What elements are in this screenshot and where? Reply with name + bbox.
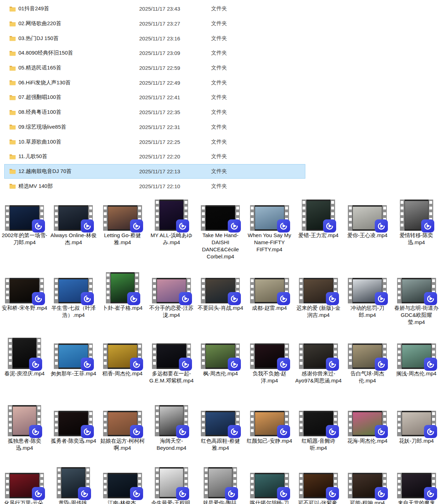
- video-file-item[interactable]: 孤独患者-陈奕迅.mp4: [0, 404, 49, 466]
- video-file-item[interactable]: 不分手的恋爱-汪苏泷.mp4: [147, 271, 196, 336]
- video-file-item[interactable]: 爱你-王心凌.mp4: [343, 198, 392, 271]
- video-file-item[interactable]: 多远都要在一起-G.E.M.邓紫棋.mp4: [147, 336, 196, 404]
- video-file-item[interactable]: 喀什噶尔胡杨-刀: [245, 466, 294, 504]
- video-file-item[interactable]: 匆匆那年-王菲.mp4: [49, 336, 98, 404]
- folder-row[interactable]: 01抖音249首 2025/11/17 23:43 文件夹: [4, 1, 305, 16]
- video-file-item[interactable]: 江南-林俊杰.: [98, 466, 147, 504]
- folder-row[interactable]: 11.儿歌50首 2025/11/17 22:20 文件夹: [4, 149, 305, 164]
- video-file-item[interactable]: 感谢你曾来过-Ayo97&周思涵.mp4: [294, 336, 343, 404]
- video-file-item[interactable]: 来自天堂的魔鬼: [392, 466, 441, 504]
- video-player-play-badge-icon: [78, 487, 91, 500]
- filmstrip-sprocket-left: [103, 411, 108, 436]
- folder-name: 精选MV 140部: [18, 183, 139, 190]
- video-file-item[interactable]: 搁浅-周杰伦.mp4: [392, 336, 441, 404]
- video-thumbnail-wrap: [152, 336, 191, 369]
- video-file-item[interactable]: 姑娘在远方-柯柯柯啊.mp4: [98, 404, 147, 466]
- video-player-play-badge-icon: [421, 219, 434, 233]
- video-file-item[interactable]: 红昭愿-音阙诗听.mp4: [294, 404, 343, 466]
- video-player-play-badge-icon: [130, 425, 143, 438]
- video-filename-label: 花海-周杰伦.mp4: [344, 437, 391, 444]
- folder-row[interactable]: 05.精选民谣165首 2025/11/17 22:59 文件夹: [4, 61, 305, 75]
- filmstrip-thumbnail-icon: [400, 200, 433, 231]
- video-player-play-badge-icon: [375, 292, 388, 305]
- video-file-item[interactable]: 黄昏-周传雄.: [49, 466, 98, 504]
- folder-row[interactable]: 06.HiFi发烧人声130首 2025/11/17 22:49 文件夹: [4, 75, 305, 90]
- folder-row[interactable]: 10.草原歌曲100首 2025/11/17 22:25 文件夹: [4, 134, 305, 149]
- video-player-play-badge-icon: [130, 358, 143, 371]
- video-file-item[interactable]: 可能-程响.mp4: [343, 466, 392, 504]
- folder-row[interactable]: 02.网络歌曲220首 2025/11/17 23:27 文件夹: [4, 16, 305, 31]
- video-file-item[interactable]: 2002年的第一场雪-刀郎.mp4: [0, 198, 49, 271]
- video-file-item[interactable]: 稻香-周杰伦.mp4: [98, 336, 147, 404]
- folder-icon: [9, 183, 16, 189]
- filmstrip-thumbnail-icon: [299, 278, 338, 303]
- video-file-item[interactable]: Take Me Hand-DAISHI DANCE&Cécile Corbel.…: [196, 198, 245, 271]
- video-file-item[interactable]: 红颜知己-安静.mp4: [245, 404, 294, 466]
- filmstrip-thumbnail-icon: [54, 205, 93, 231]
- folder-icon: [9, 110, 16, 115]
- video-file-item[interactable]: 安和桥-宋冬野.mp4: [0, 271, 49, 336]
- filmstrip-thumbnail-icon: [201, 411, 240, 436]
- filmstrip-sprocket-left: [201, 343, 205, 369]
- video-file-item[interactable]: 今生最爱-王程明.: [147, 466, 196, 504]
- video-file-item[interactable]: 就是爱你-陶喆.: [196, 466, 245, 504]
- video-file-item[interactable]: MY ALL-浜崎あゆみ.mp4: [147, 198, 196, 271]
- video-thumbnail-wrap: [8, 404, 41, 436]
- filmstrip-sprocket-left: [397, 343, 402, 369]
- filmstrip-sprocket-left: [155, 467, 159, 498]
- video-file-item[interactable]: 孤勇者-陈奕迅.mp4: [49, 404, 98, 466]
- folder-row[interactable]: 09.综艺现场live85首 2025/11/17 22:31 文件夹: [4, 120, 305, 135]
- video-filename-label: 成都-赵雷.mp4: [246, 304, 293, 312]
- folder-list: 01抖音249首 2025/11/17 23:43 文件夹 02.网络歌曲220…: [0, 0, 441, 194]
- filmstrip-thumbnail-icon: [299, 411, 338, 436]
- video-file-item[interactable]: 迟来的爱 (新版)-金润吉.mp4: [294, 271, 343, 336]
- video-file-item[interactable]: 海阔天空-Beyond.mp4: [147, 404, 196, 466]
- video-file-item[interactable]: 爱情转移-陈奕迅.mp4: [392, 198, 441, 271]
- video-player-play-badge-icon: [277, 292, 290, 305]
- video-file-item[interactable]: 可不可以-张紫豪.: [294, 466, 343, 504]
- filmstrip-thumbnail-icon: [348, 411, 387, 436]
- folder-name: 01抖音249首: [18, 5, 139, 12]
- video-file-item[interactable]: 负我不负她-赵洋.mp4: [245, 336, 294, 404]
- video-thumbnail-wrap: [103, 198, 142, 231]
- video-file-item[interactable]: 红色高跟鞋-蔡健雅.mp4: [196, 404, 245, 466]
- video-filename-label: 不要回头-肖战.mp4: [197, 304, 244, 312]
- video-file-item[interactable]: 花海-周杰伦.mp4: [343, 404, 392, 466]
- video-file-item[interactable]: Letting Go-蔡健雅.mp4: [98, 198, 147, 271]
- video-filename-label: 稻香-周杰伦.mp4: [99, 370, 146, 377]
- video-file-item[interactable]: 春泥-庾澄庆.mp4: [0, 336, 49, 404]
- filmstrip-sprocket-left: [299, 473, 304, 498]
- video-file-item[interactable]: 不要回头-肖战.mp4: [196, 271, 245, 336]
- video-file-item[interactable]: 卜卦-崔子格.mp4: [98, 271, 147, 336]
- video-file-item[interactable]: 半生雪-七叔（叶泽浩）.mp4: [49, 271, 98, 336]
- folder-icon: [9, 65, 16, 71]
- video-file-item[interactable]: 冲动的惩罚-刀郎.mp4: [343, 271, 392, 336]
- video-thumbnail-wrap: [155, 404, 188, 436]
- video-file-item[interactable]: 爱错-王力宏.mp4: [294, 198, 343, 271]
- video-thumbnail-wrap: [250, 271, 289, 303]
- folder-row[interactable]: 12.越南鼓电音DJ 70首 2025/11/17 22:13 文件夹: [4, 164, 305, 179]
- filmstrip-sprocket-left: [250, 278, 255, 303]
- filmstrip-sprocket-left: [348, 343, 352, 369]
- video-file-item[interactable]: 春娇与志明-街道办GDC&欧阳耀莹.mp4: [392, 271, 441, 336]
- video-file-item[interactable]: 告白气球-周杰伦.mp4: [343, 336, 392, 404]
- filmstrip-sprocket-left: [397, 278, 402, 303]
- video-file-item[interactable]: Always Online-林俊杰.mp4: [49, 198, 98, 271]
- video-thumbnail-wrap: [299, 271, 338, 303]
- folder-row[interactable]: 04.8090经典怀旧150首 2025/11/17 23:09 文件夹: [4, 46, 305, 61]
- video-thumbnail-wrap: [204, 466, 237, 498]
- video-file-item[interactable]: 成都-赵雷.mp4: [245, 271, 294, 336]
- video-player-play-badge-icon: [228, 358, 241, 371]
- video-player-play-badge-icon: [228, 219, 241, 233]
- video-file-item[interactable]: 花妖-刀郎.mp4: [392, 404, 441, 466]
- video-file-item[interactable]: 枫-周杰伦.mp4: [196, 336, 245, 404]
- folder-row[interactable]: 03.热门DJ 150首 2025/11/17 23:16 文件夹: [4, 31, 305, 46]
- folder-row[interactable]: 精选MV 140部 2025/11/17 22:10 文件夹: [4, 179, 305, 194]
- filmstrip-thumbnail-icon: [54, 411, 93, 436]
- video-file-item[interactable]: 化风行万里-云朵.: [0, 466, 49, 504]
- folder-row[interactable]: 07.超强翻唱100首 2025/11/17 22:41 文件夹: [4, 90, 305, 105]
- video-filename-label: 今生最爱-王程明.: [148, 499, 195, 504]
- video-file-item[interactable]: When You Say My Name-FIFTY FIFTY.mp4: [245, 198, 294, 271]
- video-thumbnail-wrap: [54, 271, 93, 303]
- folder-row[interactable]: 08.经典粤语100首 2025/11/17 22:35 文件夹: [4, 105, 305, 120]
